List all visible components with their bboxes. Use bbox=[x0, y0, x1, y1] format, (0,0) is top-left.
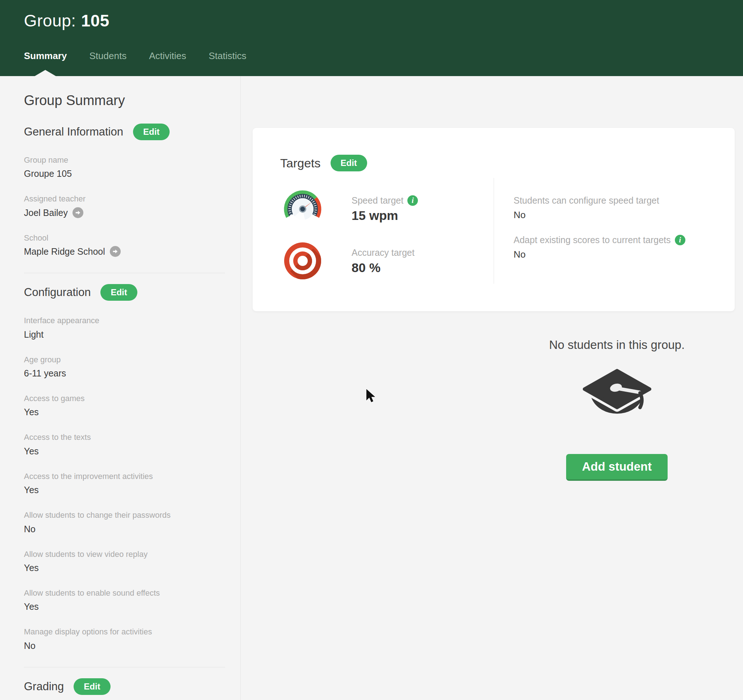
field-value: Yes bbox=[24, 406, 225, 417]
edit-configuration-button[interactable]: Edit bbox=[101, 284, 137, 301]
accuracy-target-block: Accuracy target 80 % bbox=[352, 247, 414, 275]
field-value: No bbox=[24, 640, 225, 651]
field-school: School Maple Ridge School bbox=[24, 233, 225, 257]
page-header: Group:105 Summary Students Activities St… bbox=[0, 0, 743, 76]
field-value: Yes bbox=[24, 446, 225, 456]
field-age-group: Age group 6-11 years bbox=[24, 355, 225, 379]
info-icon[interactable] bbox=[407, 195, 418, 206]
adapt-scores-value: No bbox=[514, 249, 716, 260]
field-label: Interface appearance bbox=[24, 316, 225, 325]
adapt-scores-block: Adapt existing scores to current targets… bbox=[514, 235, 716, 260]
field-video-replay: Allow students to view video replay Yes bbox=[24, 549, 225, 573]
field-access-improvement: Access to the improvement activities Yes bbox=[24, 472, 225, 495]
accuracy-target-label: Accuracy target bbox=[352, 247, 414, 258]
no-students-message: No students in this group. bbox=[508, 338, 725, 352]
students-configure-speed-value: No bbox=[514, 210, 716, 221]
students-configure-speed-label: Students can configure speed target bbox=[514, 195, 659, 206]
general-information-title: General Information bbox=[24, 126, 123, 139]
tab-activities[interactable]: Activities bbox=[149, 50, 186, 76]
adapt-scores-label: Adapt existing scores to current targets bbox=[514, 235, 671, 245]
field-label: Access to the texts bbox=[24, 433, 225, 442]
bullseye-icon bbox=[283, 241, 323, 281]
field-label: Allow students to enable sound effects bbox=[24, 588, 225, 598]
field-label: Group name bbox=[24, 155, 225, 165]
field-value: 6-11 years bbox=[24, 368, 225, 379]
arrow-circle-icon[interactable] bbox=[110, 246, 121, 257]
speed-target-value: 15 wpm bbox=[352, 208, 418, 223]
no-students-panel: No students in this group. Add student bbox=[508, 338, 725, 481]
info-icon[interactable] bbox=[675, 235, 685, 245]
field-sound-effects: Allow students to enable sound effects Y… bbox=[24, 588, 225, 612]
summary-sidebar: Group Summary General Information Edit G… bbox=[0, 76, 241, 700]
tab-bar: Summary Students Activities Statistics bbox=[24, 0, 246, 76]
school-name: Maple Ridge School bbox=[24, 246, 105, 257]
field-label: School bbox=[24, 233, 225, 243]
speed-target-block: Speed target 15 wpm bbox=[352, 195, 418, 223]
field-value: Joel Bailey bbox=[24, 207, 225, 218]
students-configure-speed-block: Students can configure speed target No bbox=[514, 195, 716, 221]
arrow-circle-icon[interactable] bbox=[73, 207, 83, 218]
field-interface-appearance: Interface appearance Light bbox=[24, 316, 225, 340]
speed-target-label: Speed target bbox=[352, 195, 403, 206]
field-change-passwords: Allow students to change their passwords… bbox=[24, 511, 225, 534]
group-summary-heading: Group Summary bbox=[24, 93, 225, 108]
field-value: No bbox=[24, 524, 225, 535]
section-configuration: Configuration Edit bbox=[24, 284, 225, 301]
field-value: Light bbox=[24, 329, 225, 340]
field-value: Maple Ridge School bbox=[24, 246, 225, 257]
targets-title: Targets bbox=[280, 156, 321, 170]
field-display-options: Manage display options for activities No bbox=[24, 627, 225, 651]
field-assigned-teacher: Assigned teacher Joel Bailey bbox=[24, 194, 225, 218]
section-general-information: General Information Edit bbox=[24, 124, 225, 140]
sidebar-divider bbox=[24, 273, 225, 273]
mouse-cursor bbox=[366, 388, 376, 404]
sidebar-divider bbox=[24, 667, 225, 668]
tab-students[interactable]: Students bbox=[90, 50, 127, 76]
group-page: Group:105 Summary Students Activities St… bbox=[0, 0, 743, 700]
field-value: Groupe 105 bbox=[24, 168, 225, 179]
add-student-button[interactable]: Add student bbox=[566, 454, 668, 481]
field-access-texts: Access to the texts Yes bbox=[24, 433, 225, 456]
card-vertical-divider bbox=[494, 178, 494, 284]
tab-statistics[interactable]: Statistics bbox=[209, 50, 246, 76]
field-value: Yes bbox=[24, 601, 225, 612]
field-label: Allow students to change their passwords bbox=[24, 511, 225, 520]
graduation-cap-icon bbox=[582, 368, 653, 421]
section-grading: Grading Edit bbox=[24, 678, 225, 695]
field-label: Assigned teacher bbox=[24, 194, 225, 204]
grading-title: Grading bbox=[24, 680, 64, 693]
targets-card: Targets Edit Speed target 15 wpm bbox=[253, 128, 735, 311]
field-label: Age group bbox=[24, 355, 225, 365]
edit-targets-button[interactable]: Edit bbox=[330, 155, 367, 171]
teacher-name: Joel Bailey bbox=[24, 207, 68, 218]
tab-summary[interactable]: Summary bbox=[24, 50, 67, 76]
field-label: Manage display options for activities bbox=[24, 627, 225, 636]
field-group-name: Group name Groupe 105 bbox=[24, 155, 225, 179]
accuracy-target-value: 80 % bbox=[352, 260, 414, 275]
edit-grading-button[interactable]: Edit bbox=[74, 678, 110, 695]
field-label: Access to games bbox=[24, 394, 225, 403]
edit-general-information-button[interactable]: Edit bbox=[133, 124, 170, 140]
field-value: Yes bbox=[24, 484, 225, 495]
field-label: Allow students to view video replay bbox=[24, 549, 225, 559]
field-access-games: Access to games Yes bbox=[24, 394, 225, 417]
field-value: Yes bbox=[24, 562, 225, 573]
configuration-title: Configuration bbox=[24, 286, 90, 299]
field-label: Access to the improvement activities bbox=[24, 472, 225, 481]
speedometer-icon bbox=[283, 189, 323, 223]
